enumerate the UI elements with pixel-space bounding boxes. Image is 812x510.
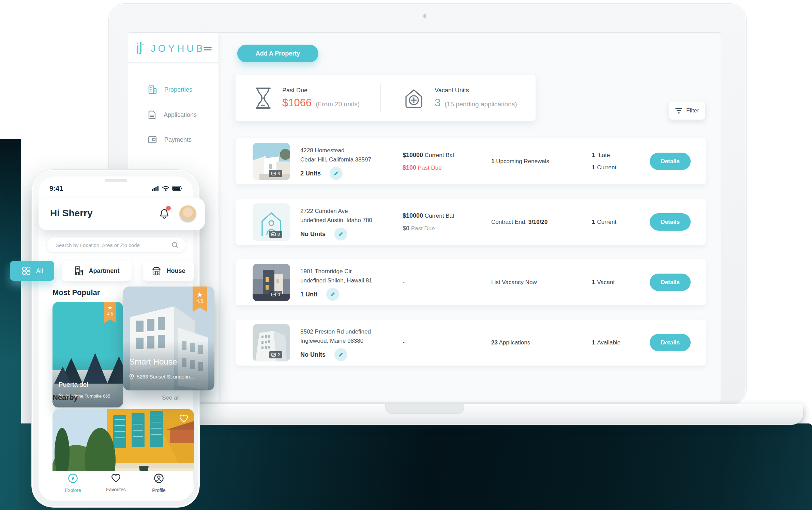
details-button[interactable]: Details (650, 274, 691, 291)
clover-icon (21, 266, 31, 276)
edit-units-button[interactable] (330, 167, 343, 180)
property-address: 4228 Homestead Cedar Hill, California 38… (300, 146, 371, 164)
laptop-camera-dot (423, 14, 426, 18)
details-button[interactable]: Details (650, 334, 691, 351)
wallet-icon (148, 136, 157, 144)
laptop-hinge-notch (385, 404, 464, 414)
photo-count-badge: 2 (269, 351, 282, 358)
property-row: 0 1901 Thornridge Cir undefined Shiloh, … (236, 259, 706, 305)
sidebar-item-properties[interactable]: Properties (128, 77, 219, 102)
popular-card[interactable]: ★ 4.5 Smart House 5263 Sunset St undefin… (123, 287, 214, 390)
vacancy-cell: List Vacancy Now (491, 259, 537, 305)
dashboard-screen: JOYHUB Properties (128, 32, 721, 402)
phone-mockup: 9:41 (31, 169, 200, 508)
tab-profile[interactable]: Profile (140, 473, 178, 493)
profile-icon (154, 473, 164, 483)
popular-card[interactable]: ★ 4.6 Puerta del 84 Hirthe Turnpike 665 (52, 302, 123, 407)
notifications-bell[interactable] (159, 206, 170, 221)
status-bar: 9:41 (49, 183, 182, 194)
joyhub-logo: JOYHUB (136, 42, 205, 55)
wifi-icon (162, 186, 169, 191)
nearby-title: Nearby (52, 393, 78, 402)
status-cell: 1Avaliable (592, 320, 620, 366)
past-due-note: (From 20 units) (316, 101, 360, 108)
units-count: No Units (300, 351, 326, 358)
sidebar-item-label: Properties (164, 86, 192, 93)
contract-cell: Contract End: 3/10/20 (491, 199, 547, 245)
filter-button[interactable]: Filter (669, 102, 705, 120)
applications-cell: 23 Applications (491, 320, 530, 366)
laptop-base (102, 404, 803, 425)
property-address: 1901 Thornridge Cir undefined Shiloh, Ha… (300, 267, 372, 285)
card-location: 5263 Sunset St undefin... (129, 374, 194, 380)
edit-units-button[interactable] (334, 228, 347, 241)
avatar[interactable] (179, 205, 197, 223)
search-input[interactable] (56, 237, 168, 252)
photo-count-badge: 0 (269, 291, 282, 298)
joyhub-logo-icon (136, 42, 147, 55)
balance-cell: $10000 Current Bal $0 Past Due (403, 199, 454, 245)
pencil-icon (338, 352, 344, 357)
vacant-units-note: (15 pending applications) (445, 101, 517, 108)
status-cell: 1Vacant (592, 259, 615, 305)
pencil-icon (333, 171, 339, 176)
property-row: 3 4228 Homestead Cedar Hill, California … (236, 138, 706, 184)
search-icon[interactable] (171, 242, 179, 250)
chip-house[interactable]: House (143, 261, 194, 281)
tab-explore[interactable]: Explore (54, 473, 92, 493)
heart-icon (111, 473, 121, 483)
status-time: 9:41 (49, 185, 63, 192)
battery-icon (172, 186, 182, 191)
stats-card: Past Due $1066 (From 20 units) (236, 75, 536, 121)
see-all-link[interactable]: See all (162, 395, 180, 401)
phone-speaker (105, 179, 127, 182)
past-due-amount: $1066 (282, 97, 312, 109)
building-icon (148, 85, 157, 94)
signal-icon (152, 186, 159, 191)
add-property-button[interactable]: Add A Property (237, 45, 318, 62)
vacant-units-count: 3 (435, 97, 440, 109)
sidebar-item-payments[interactable]: Payments (128, 127, 219, 152)
renewals-cell: 1 Upcoming Renewals (491, 138, 549, 184)
vacant-units-label: Vacant Units (435, 87, 517, 94)
details-button[interactable]: Details (650, 213, 691, 231)
house-icon (151, 266, 162, 276)
image-icon (271, 293, 276, 296)
photo-count-badge: 3 (269, 170, 282, 177)
property-row: 0 2722 Camden Ave undefined Austin, Idah… (236, 199, 706, 245)
pencil-icon (338, 231, 344, 237)
units-count: No Units (300, 231, 326, 238)
chip-apartment[interactable]: Apartment (62, 261, 132, 281)
sidebar-item-label: Payments (164, 136, 192, 143)
search-bar (46, 237, 186, 253)
property-address: 8502 Preston Rd undefined Inglewood, Mai… (300, 327, 371, 345)
units-count: 1 Unit (300, 291, 317, 298)
phone-side-button (31, 241, 32, 256)
property-row: 2 8502 Preston Rd undefined Inglewood, M… (236, 320, 706, 366)
past-due-stat: Past Due $1066 (From 20 units) (254, 75, 360, 121)
details-button[interactable]: Details (650, 153, 691, 170)
favorite-heart-icon[interactable] (179, 414, 189, 424)
menu-icon[interactable] (204, 45, 212, 52)
edit-units-button[interactable] (334, 348, 347, 361)
logo-row: JOYHUB (128, 33, 219, 63)
greeting-card: Hi Sherry (39, 198, 205, 230)
tab-favorites[interactable]: Favorites (97, 473, 135, 492)
tab-bar: Explore Favorites Profile (39, 471, 193, 501)
card-title: Smart House (129, 357, 177, 367)
image-icon (271, 232, 276, 236)
status-cell: 1Current (592, 199, 616, 245)
units-count: 2 Units (300, 170, 321, 177)
edit-units-button[interactable] (326, 288, 339, 301)
balance-cell: - (403, 320, 405, 366)
logo-text: JOYHUB (151, 43, 205, 54)
card-title: Puerta del (59, 381, 88, 388)
phone-volume-down (31, 296, 32, 322)
sidebar-item-applications[interactable]: Applications (128, 102, 219, 127)
apartment-icon (74, 266, 84, 276)
chip-all[interactable]: All (10, 261, 54, 281)
compass-icon (68, 473, 78, 483)
stage: JOYHUB Properties (0, 0, 812, 510)
sidebar-item-label: Applications (164, 111, 197, 119)
filter-icon (675, 106, 682, 115)
